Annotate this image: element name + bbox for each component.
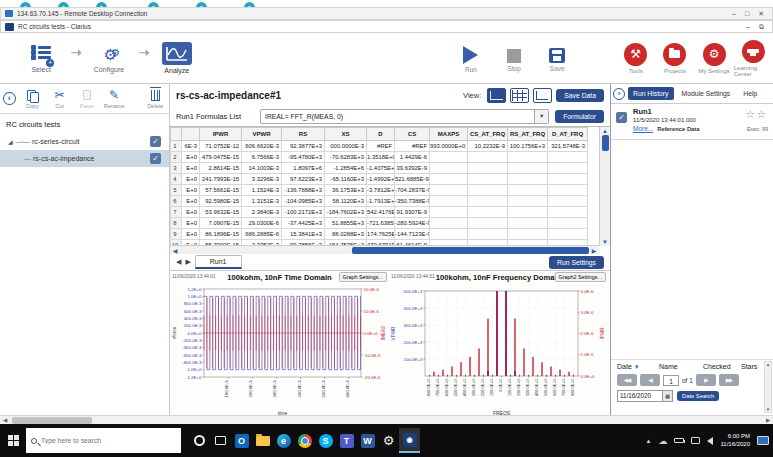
stop-button[interactable]: Stop xyxy=(493,47,536,72)
table-row[interactable]: 2E+0479.0475E-156.7566E-3-95.4780E+3-70.… xyxy=(171,152,588,163)
cut-button[interactable]: ✂ Cut xyxy=(49,89,70,109)
run-history-entry[interactable]: ✓ Run1 11/5/2020 13:44:01.000 More...Ref… xyxy=(611,104,773,140)
sort-stars-header[interactable]: Stars xyxy=(741,363,757,370)
rename-button[interactable]: ✎ Rename xyxy=(103,89,124,109)
scroll-up-icon[interactable]: ▲ xyxy=(602,127,608,135)
column-header[interactable]: XS xyxy=(325,128,367,141)
taskbar-clock[interactable]: 6:00 PM 11/16/2020 xyxy=(720,433,750,448)
last-page-button[interactable]: ▶▶ xyxy=(719,374,739,386)
table-row[interactable]: 8E+07.0907E-1529.0300E-6-37.4425E+351.88… xyxy=(171,218,588,229)
analyze-step-button[interactable]: Analyze xyxy=(149,42,204,74)
scroll-down-icon[interactable]: ▼ xyxy=(766,407,770,412)
app-horizontal-scrollbar[interactable]: ◀ ▶ xyxy=(0,415,773,424)
column-header[interactable]: CS xyxy=(395,128,430,141)
tab-next-icon[interactable]: ▶ xyxy=(185,258,190,266)
cortana-icon[interactable] xyxy=(189,428,210,453)
projects-button[interactable]: Projects xyxy=(655,43,694,74)
tray-expand-icon[interactable]: ▲ xyxy=(645,438,651,444)
edge-icon[interactable]: e xyxy=(273,428,294,453)
filter-icon[interactable]: ▼ xyxy=(634,364,640,370)
tree-item-rc-series-circuit[interactable]: ◢ —·— rc-series-circuit ✓ xyxy=(0,133,169,150)
tab-run-history[interactable]: Run History xyxy=(628,87,674,100)
chrome-icon[interactable] xyxy=(294,428,315,453)
taskbar-search[interactable] xyxy=(26,428,181,453)
column-header[interactable]: CS_AT_FRQ xyxy=(468,128,508,141)
select-step-button[interactable]: + Select xyxy=(14,44,69,73)
run-button[interactable]: Run xyxy=(449,46,492,73)
column-header[interactable]: D_AT_FRQ xyxy=(548,128,588,141)
calendar-icon[interactable]: ▦ xyxy=(662,391,672,401)
learning-center-button[interactable]: Learning Center xyxy=(734,40,773,77)
date-search-button[interactable]: Date Search xyxy=(677,391,719,401)
column-header[interactable]: MAXPS xyxy=(430,128,468,141)
speaker-icon[interactable] xyxy=(707,437,713,445)
table-row[interactable]: 3E+02.8614E-1514.1003E-31.8097E+6-1.2854… xyxy=(171,163,588,174)
tab-module-settings[interactable]: Module Settings xyxy=(677,87,736,100)
table-horizontal-scrollbar[interactable]: ◀ ▶ xyxy=(170,245,599,254)
column-header[interactable]: IPWR xyxy=(200,128,242,141)
graph-sheet-view-icon[interactable] xyxy=(487,88,506,103)
app-minimize-icon[interactable]: – xyxy=(746,23,750,31)
column-header[interactable]: VPWR xyxy=(242,128,282,141)
panel-scrollbar[interactable]: ▲▼ xyxy=(764,361,772,413)
scroll-down-icon[interactable]: ▼ xyxy=(602,238,608,246)
date-field[interactable]: 11/16/2020▦ xyxy=(617,390,673,402)
column-header[interactable]: RS_AT_FRQ xyxy=(508,128,548,141)
next-page-button[interactable]: ▶ xyxy=(696,374,716,386)
graph-settings-button[interactable]: Graph Settings... xyxy=(339,272,387,282)
configure-step-button[interactable]: ⚙⚙ Configure xyxy=(82,44,137,73)
app-restore-icon[interactable]: ⧉ xyxy=(759,23,764,31)
scroll-thumb[interactable] xyxy=(602,135,609,151)
table-vertical-scrollbar[interactable]: ▲ ▼ xyxy=(599,127,610,246)
tab-prev-icon[interactable]: ◀ xyxy=(176,258,181,266)
start-button[interactable] xyxy=(0,424,26,457)
expander-icon[interactable]: ◢ xyxy=(8,138,13,145)
collapse-sidebar-button[interactable]: ‹ xyxy=(3,92,16,105)
graph2-settings-button[interactable]: Graph2 Settings... xyxy=(555,272,606,282)
run-settings-button[interactable]: Run Settings xyxy=(549,256,604,269)
table-row[interactable]: 6E+092.5980E-151.3151E-3-104.0985E+358.1… xyxy=(171,196,588,207)
outlook-icon[interactable]: O xyxy=(231,428,252,453)
table-row[interactable]: 4E+0241.7993E-153.3296E-397.6223E+3-65.1… xyxy=(171,174,588,185)
chevron-down-icon[interactable]: ▼ xyxy=(534,110,548,123)
scroll-left-icon[interactable]: ◀ xyxy=(170,247,180,254)
column-header[interactable]: RS xyxy=(282,128,325,141)
battery-icon[interactable] xyxy=(674,438,684,443)
checkbox-checked[interactable]: ✓ xyxy=(150,153,161,164)
maximize-icon[interactable]: □ xyxy=(745,10,749,18)
save-button[interactable]: Save xyxy=(536,47,579,72)
close-icon[interactable]: ✕ xyxy=(758,10,764,18)
skype-icon[interactable]: S xyxy=(315,428,336,453)
first-page-button[interactable]: ◀◀ xyxy=(617,374,637,386)
column-header[interactable]: D xyxy=(367,128,395,141)
settings-gear-icon[interactable]: ⚙ xyxy=(378,428,399,453)
onedrive-cloud-icon[interactable]: ☁ xyxy=(658,436,667,446)
expand-panel-button[interactable]: › xyxy=(613,88,625,100)
display-notification-icon[interactable] xyxy=(757,436,769,445)
scroll-up-icon[interactable]: ▲ xyxy=(766,362,770,367)
table-row[interactable]: 16E-371.0752E-12606.6620E-392.3877E+3000… xyxy=(171,141,588,152)
scroll-left-icon[interactable]: ◀ xyxy=(0,417,10,423)
my-settings-button[interactable]: ⚙ My Settings xyxy=(695,43,734,74)
sheet-view-icon[interactable] xyxy=(510,88,529,103)
scroll-right-icon[interactable]: ▶ xyxy=(763,417,773,423)
checkbox-checked[interactable]: ✓ xyxy=(616,112,627,123)
task-view-icon[interactable] xyxy=(210,428,231,453)
search-input[interactable] xyxy=(41,437,161,444)
formulator-button[interactable]: Formulator xyxy=(555,110,604,123)
tree-item-rs-cs-ac-impedance[interactable]: — rs-cs-ac-impedance ✓ xyxy=(0,150,169,167)
prev-page-button[interactable]: ◀ xyxy=(640,374,660,386)
sort-name-header[interactable]: Name xyxy=(659,363,703,370)
formula-dropdown[interactable]: IREAL= FFT_R(MEAS, 0) ▼ xyxy=(260,109,549,124)
clarius-taskbar-icon[interactable]: ◉ xyxy=(399,428,420,453)
teams-icon[interactable]: T xyxy=(336,428,357,453)
star-rating-icons[interactable]: ☆☆ xyxy=(745,108,767,121)
table-row[interactable]: 9E+086.1896E-15686.2885E-615.3841E+388.0… xyxy=(171,229,588,240)
run1-tab[interactable]: Run1 xyxy=(195,255,242,269)
table-row[interactable]: 5E+057.5661E-151.1524E-3-136.7888E+336.1… xyxy=(171,185,588,196)
more-link[interactable]: More... xyxy=(633,125,653,132)
column-header[interactable] xyxy=(182,128,200,141)
sort-date-header[interactable]: Date ▼ xyxy=(617,363,659,370)
column-header[interactable] xyxy=(171,128,182,141)
page-number-input[interactable]: 1 xyxy=(663,375,679,386)
